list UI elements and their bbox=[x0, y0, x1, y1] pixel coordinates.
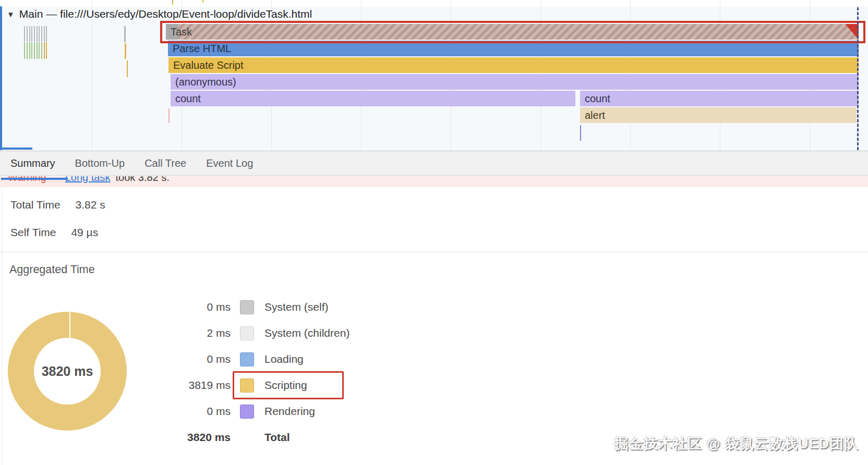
legend-label: System (self) bbox=[264, 301, 329, 313]
legend-label: Rendering bbox=[264, 405, 315, 418]
selection-dashed-line bbox=[857, 7, 859, 150]
activity-tick bbox=[34, 26, 35, 42]
activity-tick bbox=[41, 42, 42, 59]
activity-tick bbox=[202, 0, 203, 3]
legend-swatch-icon bbox=[240, 405, 254, 419]
flame-bar-label: count bbox=[585, 93, 610, 104]
activity-tick bbox=[29, 42, 30, 59]
flame-bar-label: alert bbox=[585, 109, 605, 121]
activity-tick bbox=[24, 26, 25, 42]
cpu-activity-strip bbox=[0, 0, 868, 7]
legend-value: 3819 ms bbox=[152, 379, 231, 391]
donut-center-label: 3820 ms bbox=[8, 312, 127, 431]
flame-bar-label: (anonymous) bbox=[175, 76, 236, 88]
self-time-row: Self Time 49 µs bbox=[10, 226, 98, 239]
activity-tick bbox=[44, 42, 45, 59]
legend-label: Total bbox=[264, 431, 290, 444]
track-selection-border-foot bbox=[0, 148, 32, 150]
warning-text: took 3.82 s. bbox=[115, 176, 169, 183]
tab-summary[interactable]: Summary bbox=[10, 157, 55, 169]
flame-bar-alert[interactable]: alert bbox=[580, 107, 857, 123]
activity-tick bbox=[29, 26, 30, 42]
activity-tick bbox=[27, 26, 28, 42]
legend-label: Loading bbox=[264, 353, 304, 365]
legend-row-system-children: 2 msSystem (children) bbox=[152, 320, 349, 346]
flame-bar-micro[interactable] bbox=[168, 108, 170, 123]
watermark-text: 掘金技术社区 @ 袋鼠云数栈UED团队 bbox=[614, 434, 859, 453]
gridline bbox=[92, 0, 92, 151]
section-divider bbox=[0, 252, 868, 252]
activity-tick bbox=[39, 26, 40, 42]
devtools-performance-panel: ▼ Main — file:///Users/edy/Desktop/Event… bbox=[0, 0, 868, 465]
tab-event-log[interactable]: Event Log bbox=[206, 157, 253, 169]
activity-tick bbox=[125, 43, 126, 59]
selected-tab-indicator bbox=[1, 178, 68, 180]
task-annotation-box bbox=[160, 21, 865, 43]
legend-swatch-icon bbox=[240, 326, 254, 340]
track-selection-border bbox=[0, 6, 2, 150]
flame-chart-pane[interactable]: ▼ Main — file:///Users/edy/Desktop/Event… bbox=[0, 0, 868, 151]
track-title-text: Main — file:///Users/edy/Desktop/Event-l… bbox=[19, 8, 312, 20]
flame-bar-label: Evaluate Script bbox=[173, 59, 244, 71]
summary-panel: Total Time 3.82 s Self Time 49 µs Aggreg… bbox=[0, 187, 868, 465]
activity-tick bbox=[37, 26, 38, 42]
activity-tick bbox=[37, 42, 38, 59]
activity-tick bbox=[46, 26, 47, 42]
activity-tick bbox=[31, 42, 32, 59]
scripting-annotation-box bbox=[233, 371, 344, 399]
legend-swatch-icon bbox=[240, 300, 254, 314]
legend-row-total: 3820 msTotal bbox=[152, 424, 349, 450]
self-time-label: Self Time bbox=[10, 226, 56, 238]
long-task-warning-row: WarningLong tasktook 3.82 s. bbox=[0, 176, 868, 187]
activity-tick bbox=[124, 26, 126, 42]
aggregated-time-donut-chart: 3820 ms bbox=[8, 312, 127, 431]
aggregated-time-title: Aggregated Time bbox=[9, 263, 95, 276]
long-task-link[interactable]: Long task bbox=[65, 176, 111, 183]
flame-bar-micro[interactable] bbox=[580, 125, 581, 141]
flame-bar-count[interactable]: count bbox=[580, 91, 859, 106]
main-track-header[interactable]: ▼ Main — file:///Users/edy/Desktop/Event… bbox=[7, 8, 312, 20]
flame-bar-count[interactable]: count bbox=[171, 91, 575, 106]
activity-tick bbox=[31, 26, 32, 42]
pane-left-edge bbox=[2, 187, 2, 465]
legend-value: 0 ms bbox=[152, 301, 231, 313]
activity-tick bbox=[172, 0, 173, 5]
legend-value: 0 ms bbox=[152, 353, 231, 365]
flame-bar-label: Parse HTML bbox=[173, 43, 231, 54]
summary-tab-bar: Summary Bottom-Up Call Tree Event Log bbox=[0, 151, 868, 176]
legend-label: System (children) bbox=[264, 327, 349, 339]
activity-tick bbox=[127, 60, 128, 77]
activity-tick bbox=[27, 42, 28, 59]
legend-value: 3820 ms bbox=[152, 431, 231, 444]
flame-bar-label: count bbox=[175, 93, 201, 104]
legend-swatch-icon bbox=[240, 352, 254, 366]
flame-bar-anonymous[interactable]: (anonymous) bbox=[171, 74, 859, 90]
total-time-value: 3.82 s bbox=[76, 199, 105, 211]
activity-tick bbox=[34, 42, 35, 59]
legend-row-rendering: 0 msRendering bbox=[152, 398, 349, 424]
activity-tick bbox=[46, 42, 47, 59]
activity-tick bbox=[41, 26, 42, 42]
activity-tick bbox=[24, 42, 25, 59]
collapse-triangle-icon[interactable]: ▼ bbox=[7, 10, 15, 19]
legend-value: 0 ms bbox=[152, 405, 231, 418]
legend-value: 2 ms bbox=[152, 327, 231, 339]
tab-bottom-up[interactable]: Bottom-Up bbox=[75, 157, 125, 169]
activity-tick bbox=[44, 26, 45, 42]
flame-bar-evaluate-script[interactable]: Evaluate Script bbox=[168, 57, 859, 73]
tab-call-tree[interactable]: Call Tree bbox=[144, 157, 186, 169]
flame-bar-label: Task bbox=[171, 26, 192, 38]
total-time-label: Total Time bbox=[10, 199, 61, 211]
total-time-row: Total Time 3.82 s bbox=[10, 199, 105, 211]
self-time-value: 49 µs bbox=[71, 226, 98, 238]
legend-row-system-self: 0 msSystem (self) bbox=[152, 294, 349, 320]
legend-row-loading: 0 msLoading bbox=[152, 346, 349, 372]
activity-tick bbox=[39, 42, 40, 59]
